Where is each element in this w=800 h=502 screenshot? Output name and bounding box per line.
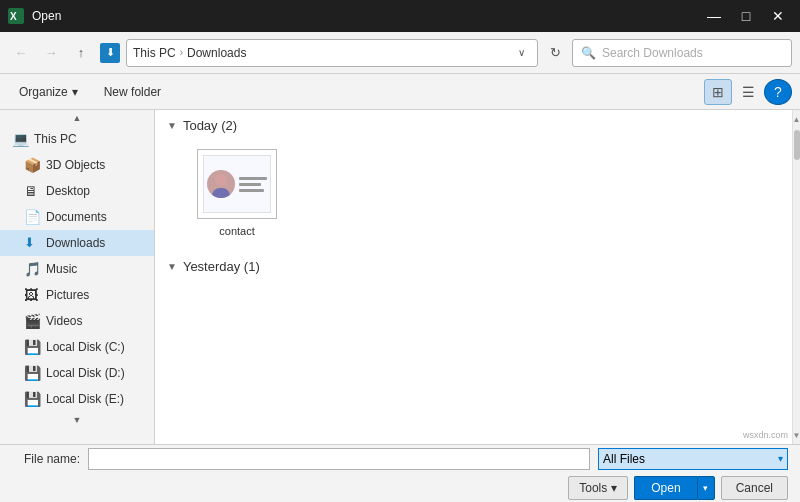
search-icon: 🔍 xyxy=(581,46,596,60)
sidebar-label-desktop: Desktop xyxy=(46,184,90,198)
scrollbar-thumb[interactable] xyxy=(794,130,800,160)
content-area: ▼ Today (2) xyxy=(155,110,792,444)
bottom-bar: File name: All Files ▾ Tools ▾ Open ▾ Ca… xyxy=(0,444,800,502)
cancel-button[interactable]: Cancel xyxy=(721,476,788,500)
new-folder-label: New folder xyxy=(104,85,161,99)
dialog-title: Open xyxy=(32,9,61,23)
close-button[interactable]: ✕ xyxy=(764,2,792,30)
contact-line-3 xyxy=(239,189,264,192)
file-type-value: All Files xyxy=(603,452,645,466)
address-bar[interactable]: This PC › Downloads ∨ xyxy=(126,39,538,67)
contact-avatar xyxy=(207,170,235,198)
yesterday-chevron-icon[interactable]: ▼ xyxy=(167,261,177,272)
sidebar-item-this-pc[interactable]: This PC xyxy=(0,126,154,152)
buttons-row: Tools ▾ Open ▾ Cancel xyxy=(12,476,788,500)
organize-button[interactable]: Organize ▾ xyxy=(8,79,89,105)
sidebar-label-local-e: Local Disk (E:) xyxy=(46,392,124,406)
sidebar-label-music: Music xyxy=(46,262,77,276)
open-button-group: Open ▾ xyxy=(634,476,714,500)
view-list-button[interactable]: ☰ xyxy=(734,79,762,105)
title-bar-left: X Open xyxy=(8,8,61,24)
view-large-icons-button[interactable]: ⊞ xyxy=(704,79,732,105)
search-placeholder: Search Downloads xyxy=(602,46,703,60)
sidebar-label-local-c: Local Disk (C:) xyxy=(46,340,125,354)
open-dropdown-button[interactable]: ▾ xyxy=(697,476,715,500)
open-button[interactable]: Open xyxy=(634,476,696,500)
address-path: This PC › Downloads xyxy=(133,46,507,60)
yesterday-section-header: ▼ Yesterday (1) xyxy=(167,259,780,274)
forward-button[interactable]: → xyxy=(38,40,64,66)
search-box[interactable]: 🔍 Search Downloads xyxy=(572,39,792,67)
file-type-select[interactable]: All Files ▾ xyxy=(598,448,788,470)
yesterday-section-title: Yesterday (1) xyxy=(183,259,260,274)
sidebar-item-music[interactable]: Music xyxy=(0,256,154,282)
content-scrollbar[interactable]: ▲ ▼ xyxy=(792,110,800,444)
sidebar-item-videos[interactable]: Videos xyxy=(0,308,154,334)
file-type-arrow-icon: ▾ xyxy=(778,453,783,464)
sidebar-item-pictures[interactable]: Pictures xyxy=(0,282,154,308)
sidebar-item-local-d[interactable]: Local Disk (D:) xyxy=(0,360,154,386)
sidebar: ▲ This PC 3D Objects Desktop Documents D… xyxy=(0,110,155,444)
contact-line-1 xyxy=(239,177,267,180)
sidebar-item-3d-objects[interactable]: 3D Objects xyxy=(0,152,154,178)
watermark: wsxdn.com xyxy=(743,430,788,440)
back-button[interactable]: ← xyxy=(8,40,34,66)
organize-arrow-icon: ▾ xyxy=(72,85,78,99)
sidebar-item-desktop[interactable]: Desktop xyxy=(0,178,154,204)
app-icon: X xyxy=(8,8,24,24)
sidebar-item-documents[interactable]: Documents xyxy=(0,204,154,230)
contact-line-2 xyxy=(239,183,261,186)
refresh-button[interactable]: ↻ xyxy=(542,40,568,66)
sidebar-item-local-c[interactable]: Local Disk (C:) xyxy=(0,334,154,360)
sidebar-scroll-down[interactable]: ▼ xyxy=(0,412,154,428)
music-icon xyxy=(24,261,40,277)
sidebar-label-downloads: Downloads xyxy=(46,236,105,250)
yesterday-section: ▼ Yesterday (1) xyxy=(167,259,780,274)
location-icon: ⬇ xyxy=(100,43,120,63)
scrollbar-down-arrow[interactable]: ▼ xyxy=(794,427,800,443)
contact-lines xyxy=(239,177,267,192)
computer-icon xyxy=(12,131,28,147)
disk-c-icon xyxy=(24,339,40,355)
organize-label: Organize xyxy=(19,85,68,99)
address-part-downloads: Downloads xyxy=(187,46,246,60)
3d-icon xyxy=(24,157,40,173)
contact-preview xyxy=(203,155,271,213)
desktop-icon xyxy=(24,183,40,199)
sidebar-item-downloads[interactable]: Downloads xyxy=(0,230,154,256)
videos-icon xyxy=(24,313,40,329)
minimize-button[interactable]: — xyxy=(700,2,728,30)
scrollbar-up-arrow[interactable]: ▲ xyxy=(794,111,800,127)
address-separator: › xyxy=(180,47,183,58)
view-controls: ⊞ ☰ ? xyxy=(704,79,792,105)
sidebar-label-videos: Videos xyxy=(46,314,82,328)
disk-e-icon xyxy=(24,391,40,407)
title-bar: X Open — □ ✕ xyxy=(0,0,800,32)
address-chevron-icon[interactable]: ∨ xyxy=(511,47,531,58)
file-name-row: File name: All Files ▾ xyxy=(12,448,788,470)
up-button[interactable]: ↑ xyxy=(68,40,94,66)
main-area: ▲ This PC 3D Objects Desktop Documents D… xyxy=(0,110,800,444)
tools-label: Tools xyxy=(579,481,607,495)
disk-d-icon xyxy=(24,365,40,381)
file-name-input[interactable] xyxy=(88,448,590,470)
documents-icon xyxy=(24,209,40,225)
today-chevron-icon[interactable]: ▼ xyxy=(167,120,177,131)
file-item-contact[interactable]: contact xyxy=(187,143,287,243)
sidebar-label-documents: Documents xyxy=(46,210,107,224)
sidebar-scroll-up[interactable]: ▲ xyxy=(0,110,154,126)
tools-arrow-icon: ▾ xyxy=(611,481,617,495)
help-button[interactable]: ? xyxy=(764,79,792,105)
contact-thumbnail xyxy=(197,149,277,219)
sidebar-label-pictures: Pictures xyxy=(46,288,89,302)
scrollbar-track xyxy=(793,162,800,426)
tools-button[interactable]: Tools ▾ xyxy=(568,476,628,500)
sidebar-item-local-e[interactable]: Local Disk (E:) xyxy=(0,386,154,412)
sub-toolbar: Organize ▾ New folder ⊞ ☰ ? xyxy=(0,74,800,110)
file-name-label: File name: xyxy=(12,452,80,466)
file-name-contact: contact xyxy=(219,225,254,237)
maximize-button[interactable]: □ xyxy=(732,2,760,30)
pictures-icon xyxy=(24,287,40,303)
new-folder-button[interactable]: New folder xyxy=(93,79,172,105)
sidebar-label-this-pc: This PC xyxy=(34,132,77,146)
